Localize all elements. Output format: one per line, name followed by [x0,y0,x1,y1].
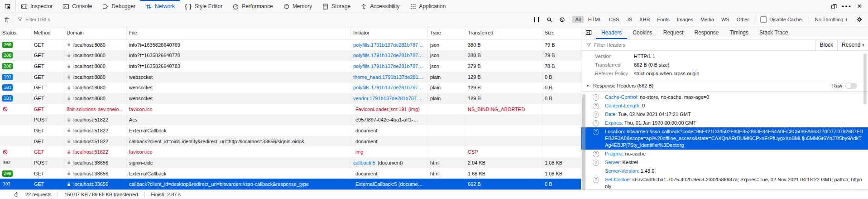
filter-pill-ws[interactable]: WS [719,16,732,23]
filter-pill-fonts[interactable]: Fonts [654,16,672,23]
tab-response[interactable]: Response [689,26,724,39]
response-header-row[interactable]: ? Location:bitwarden://sso-callback?code… [581,127,868,150]
table-row[interactable]: GET localhost:51822 callback?client_id=o… [0,136,581,147]
table-row[interactable]: 101 GET localhost:8080 websocket theme_h… [0,72,581,83]
filter-headers-placeholder[interactable]: Filter Headers [594,42,625,48]
filter-pill-js[interactable]: JS [623,16,635,23]
filter-pill-all[interactable]: All [572,16,583,23]
response-header-row[interactable]: ? Content-Length:0 [581,102,868,110]
help-icon[interactable]: ? [593,112,599,118]
response-header-row[interactable]: ? Server:Kestrel [581,158,868,167]
tab-request[interactable]: Request [658,26,689,39]
initiator-link[interactable]: vendor.1791b137de281b787… [353,96,422,101]
column-header-status[interactable]: Status [0,26,32,39]
filter-pill-images[interactable]: Images [674,16,696,23]
search-button[interactable] [543,14,556,25]
tab-inspector[interactable]: Inspector [16,0,58,13]
table-row[interactable]: GET localhost:51822 ExternalCallback doc… [0,125,581,136]
response-header-row[interactable]: ? Set-Cookie:idsrv=adf6cba1-7075-402b-9e… [581,175,868,189]
initiator-link[interactable]: polyfills.1791b137de281b787… [353,63,423,69]
filter-pill-other[interactable]: Other [734,16,752,23]
help-icon[interactable]: ? [593,120,599,126]
throttling-dropdown[interactable]: No Throttling ▴▾ [810,17,853,22]
column-header-type[interactable]: Type [428,26,465,39]
raw-toggle[interactable]: Raw [832,83,863,89]
filter-pill-xhr[interactable]: XHR [637,16,652,23]
response-header-row[interactable]: ? Expires:Thu, 01 Jan 1970 00:00:00 GMT [581,119,868,127]
response-header-row[interactable]: ? Server-Version:1.43.0 [581,167,868,175]
tab-console[interactable]: Console [58,0,97,13]
initiator-link[interactable]: polyfills.1791b137de281b787… [353,53,423,58]
header-value: Tue, 02 Nov 2021 04:17:21 GMT [618,112,691,117]
sidebar-toggle-icon[interactable] [581,26,596,39]
initiator-link[interactable]: callback:5 [353,160,375,165]
meatball-menu-icon[interactable]: ●●● [841,0,853,12]
column-header-method[interactable]: Method [32,26,64,39]
column-header-file[interactable]: File [127,26,351,39]
table-row[interactable]: 200 GET localhost:8080 info?t=1635826640… [0,61,581,72]
table-row[interactable]: 101 GET localhost:8080 websocket vendor.… [0,93,581,104]
responsive-mode-icon[interactable] [828,0,840,12]
stopwatch-icon[interactable] [14,192,19,197]
column-header-transferred[interactable]: Transferred [465,26,542,39]
column-header-size[interactable]: Size [542,26,581,39]
filter-pill-media[interactable]: Media [698,16,717,23]
table-row[interactable]: 200 GET localhost:33656 ExternalCallback… [0,168,581,179]
response-header-row[interactable]: ? Pragma:no-cache [581,150,868,158]
table-row[interactable]: 302 POST localhost:33656 signin-oidc cal… [0,157,581,168]
help-icon[interactable]: ? [593,151,599,157]
tab-timings[interactable]: Timings [724,26,754,39]
close-icon[interactable]: × [854,0,865,12]
initiator-link[interactable]: theme_head.1791b137de281… [353,74,423,80]
table-row[interactable]: GET localhost:51822 favicon.ico img CSP [0,146,581,157]
filter-pill-html[interactable]: HTML [585,16,604,23]
table-row[interactable]: 101 GET localhost:8080 websocket polyfil… [0,83,581,93]
initiator-link[interactable]: polyfills.1791b137de281b787… [353,42,423,48]
scrollbar-thumb[interactable] [582,94,585,190]
response-headers-section[interactable]: ▼ Response Headers (662 B) Raw [581,80,868,92]
file-label: ExternalCallback [129,171,167,176]
filter-pill-css[interactable]: CSS [606,16,622,23]
lock-icon [67,128,71,133]
help-icon[interactable]: ? [593,94,599,101]
tab-cookies[interactable]: Cookies [627,26,657,39]
type-label: plain [430,74,441,80]
table-row[interactable]: POST localhost:51822 Acs e957f897-042e-4… [0,114,581,125]
response-header-row[interactable]: ? Cache-Control:no-store, no-cache, max-… [581,93,868,102]
initiator-link[interactable]: polyfills.1791b137de281b787… [353,85,423,90]
tab-network[interactable]: Network [140,0,180,13]
help-icon[interactable]: ? [593,129,599,135]
help-icon[interactable]: ? [593,177,599,183]
tab-application[interactable]: Application [405,0,451,13]
chevron-updown-icon: ▴▾ [845,18,847,22]
tab-performance[interactable]: Performance [227,0,278,13]
tab-memory[interactable]: Memory [278,0,317,13]
funnel-icon [17,17,23,22]
column-header-initiator[interactable]: Initiator [351,26,428,39]
help-icon[interactable]: ? [593,160,599,166]
block-requests-button[interactable] [556,14,568,25]
disable-cache-checkbox[interactable]: Disable Cache [756,16,806,23]
column-header-domain[interactable]: Domain [64,26,127,39]
element-picker-button[interactable] [0,0,16,13]
pause-button[interactable] [530,14,543,25]
table-row[interactable]: 200 GET localhost:8080 info?t=1635826640… [0,50,581,61]
resend-button[interactable]: Resend ▴▾ [837,39,868,50]
tab-storage[interactable]: Storage [317,0,355,13]
tab-accessibility[interactable]: Accessibility [355,0,404,13]
table-row[interactable]: 200 GET localhost:8080 info?t=1635826640… [0,39,581,50]
tab-style-editor[interactable]: { } Style Editor [180,0,227,13]
network-settings-button[interactable] [853,14,866,25]
table-row[interactable]: 302 GET localhost:33656 callback?client_… [0,179,581,189]
tab-headers[interactable]: Headers [596,26,627,39]
cell-type [428,114,465,125]
tab-stack-trace[interactable]: Stack Trace [754,26,793,39]
block-button[interactable]: Block [815,39,837,50]
scrollbar-thumb[interactable] [863,53,867,104]
response-header-row[interactable]: ? Date:Tue, 02 Nov 2021 04:17:21 GMT [581,110,868,119]
tab-debugger[interactable]: Debugger [97,0,140,13]
help-icon[interactable]: ? [593,103,599,109]
filter-urls-input[interactable]: Filter URLs [13,17,530,22]
clear-requests-button[interactable] [0,14,13,25]
table-row[interactable]: GET 8bit-solutions-dev.onelogin… favicon… [0,104,581,115]
